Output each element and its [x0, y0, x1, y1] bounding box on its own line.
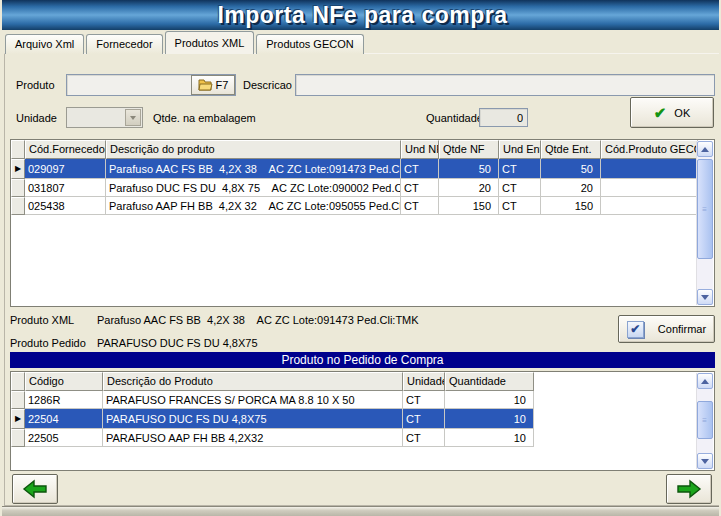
cell-codigo[interactable]: 22504 — [25, 409, 103, 429]
col-header-unidade[interactable]: Unidade — [403, 372, 445, 391]
scroll-down-button[interactable] — [697, 289, 713, 305]
grid-header-row: Cód.Fornecedor Descrição do produto Und … — [11, 140, 698, 159]
cell-desc[interactable]: PARAFUSO AAP FH BB 4,2X32 — [103, 429, 403, 447]
down-arrow-icon — [701, 295, 709, 300]
cell-cod-gecon[interactable] — [601, 159, 698, 179]
col-header-cod-gecon[interactable]: Cód.Produto GECON — [601, 140, 698, 159]
checkmark-icon: ✔ — [654, 104, 667, 122]
pedido-grid: Código Descrição do Produto Unidade Quan… — [10, 371, 715, 471]
produto-lookup-button[interactable]: F7 — [191, 75, 235, 95]
tab-produtos-xml[interactable]: Produtos XML — [165, 31, 255, 54]
cell-qtde-nf[interactable]: 50 — [439, 159, 499, 179]
confirmar-button[interactable]: ✔ Confirmar — [618, 315, 715, 343]
col-header-quantidade[interactable]: Quantidade — [445, 372, 534, 391]
col-header-und-ent[interactable]: Und Ent. — [499, 140, 541, 159]
tab-fornecedor[interactable]: Fornecedor — [86, 34, 162, 54]
cell-desc[interactable]: PARAFUSO FRANCES S/ PORCA MA 8.8 10 X 50 — [103, 391, 403, 409]
cell-codigo[interactable]: 22505 — [25, 429, 103, 447]
up-arrow-icon — [701, 379, 709, 384]
xml-products-grid: Cód.Fornecedor Descrição do produto Und … — [10, 139, 715, 307]
cell-und-ent[interactable]: CT — [499, 159, 541, 179]
cell-cod[interactable]: 029097 — [25, 159, 106, 179]
produto-xml-label: Produto XML — [10, 314, 74, 326]
cell-desc[interactable]: Parafuso AAP FH BB 4,2X 32 AC ZC Lote:09… — [106, 197, 401, 215]
cell-qtde-ent[interactable]: 150 — [541, 197, 601, 215]
down-arrow-icon — [701, 459, 709, 464]
import-nfe-window: Importa NFe para compra Arquivo Xml Forn… — [0, 0, 721, 516]
cell-und-nf[interactable]: CT — [401, 197, 439, 215]
quantidade-input[interactable] — [480, 109, 527, 126]
up-arrow-icon — [701, 147, 709, 152]
col-header-qtde-nf[interactable]: Qtde NF — [439, 140, 499, 159]
gutter-header — [11, 140, 25, 159]
row-gutter — [11, 179, 25, 197]
pedido-grid-scrollbar[interactable]: ≡ — [696, 373, 713, 469]
cell-desc[interactable]: Parafuso AAC FS BB 4,2X 38 AC ZC Lote:09… — [106, 159, 401, 179]
table-row[interactable]: 1286RPARAFUSO FRANCES S/ PORCA MA 8.8 10… — [11, 391, 534, 409]
cell-qtde-nf[interactable]: 150 — [439, 197, 499, 215]
cell-cod[interactable]: 025438 — [25, 197, 106, 215]
unidade-combo[interactable] — [66, 107, 143, 128]
scroll-thumb[interactable]: ≡ — [697, 159, 713, 259]
scroll-up-button[interactable] — [697, 141, 713, 157]
scroll-up-button[interactable] — [697, 373, 713, 389]
green-left-arrow-icon — [22, 479, 48, 499]
table-row[interactable]: 031807Parafuso DUC FS DU 4,8X 75 AC ZC L… — [11, 179, 698, 197]
grid-header-row: Código Descrição do Produto Unidade Quan… — [11, 372, 534, 391]
col-header-und-nf[interactable]: Und NF — [401, 140, 439, 159]
cell-cod-gecon[interactable] — [601, 179, 698, 197]
table-row[interactable]: ▶22504PARAFUSO DUC FS DU 4,8X75CT10 — [11, 409, 534, 429]
xml-grid-scrollbar[interactable]: ≡ — [696, 141, 713, 305]
cell-qtde-ent[interactable]: 20 — [541, 179, 601, 197]
cell-quantidade[interactable]: 10 — [445, 391, 534, 409]
cell-und-nf[interactable]: CT — [401, 179, 439, 197]
cell-qtde-ent[interactable]: 50 — [541, 159, 601, 179]
cell-unidade[interactable]: CT — [403, 429, 445, 447]
descricao-field-wrap — [295, 74, 715, 96]
col-header-codigo[interactable]: Código — [25, 372, 103, 391]
produto-field-wrap: F7 — [66, 74, 236, 96]
ok-button-label: OK — [674, 107, 690, 119]
gutter-header — [11, 372, 25, 391]
produto-pedido-value: PARAFUSO DUC FS DU 4,8X75 — [97, 337, 258, 349]
cell-unidade[interactable]: CT — [403, 409, 445, 429]
next-button[interactable] — [666, 474, 712, 504]
cell-codigo[interactable]: 1286R — [25, 391, 103, 409]
scroll-down-button[interactable] — [697, 453, 713, 469]
tab-arquivo-xml[interactable]: Arquivo Xml — [5, 34, 84, 54]
qtde-embalagem-label: Qtde. na embalagem — [153, 112, 256, 124]
col-header-cod-fornecedor[interactable]: Cód.Fornecedor — [25, 140, 106, 159]
col-header-descricao[interactable]: Descrição do produto — [106, 140, 401, 159]
quantidade-field-wrap — [479, 108, 528, 127]
cell-quantidade[interactable]: 10 — [445, 429, 534, 447]
cell-desc[interactable]: Parafuso DUC FS DU 4,8X 75 AC ZC Lote:09… — [106, 179, 401, 197]
table-row[interactable]: 22505PARAFUSO AAP FH BB 4,2X32CT10 — [11, 429, 534, 447]
col-header-descricao-produto[interactable]: Descrição do Produto — [103, 372, 403, 391]
table-row[interactable]: 025438Parafuso AAP FH BB 4,2X 32 AC ZC L… — [11, 197, 698, 215]
cell-und-ent[interactable]: CT — [499, 179, 541, 197]
cell-cod[interactable]: 031807 — [25, 179, 106, 197]
tab-produtos-gecon[interactable]: Produtos GECON — [256, 34, 363, 54]
previous-button[interactable] — [12, 474, 58, 504]
unidade-label: Unidade — [16, 112, 57, 124]
ok-button[interactable]: ✔ OK — [630, 97, 714, 128]
cell-quantidade[interactable]: 10 — [445, 409, 534, 429]
cell-unidade[interactable]: CT — [403, 391, 445, 409]
cell-und-ent[interactable]: CT — [499, 197, 541, 215]
combo-dropdown-button[interactable] — [125, 109, 141, 126]
row-gutter — [11, 197, 25, 215]
f7-label: F7 — [216, 79, 229, 91]
window-title-bar: Importa NFe para compra — [2, 0, 721, 30]
descricao-input[interactable] — [296, 75, 714, 95]
cell-desc[interactable]: PARAFUSO DUC FS DU 4,8X75 — [103, 409, 403, 429]
tab-bar: Arquivo Xml Fornecedor Produtos XML Prod… — [5, 31, 366, 54]
cell-und-nf[interactable]: CT — [401, 159, 439, 179]
scroll-thumb[interactable]: ≡ — [697, 401, 713, 439]
quantidade-label: Quantidade — [426, 112, 483, 124]
checkbox-check-icon: ✔ — [627, 321, 644, 338]
col-header-qtde-ent[interactable]: Qtde Ent. — [541, 140, 601, 159]
cell-qtde-nf[interactable]: 20 — [439, 179, 499, 197]
cell-cod-gecon[interactable] — [601, 197, 698, 215]
window-bottom-edge — [2, 506, 721, 516]
table-row[interactable]: ▶029097Parafuso AAC FS BB 4,2X 38 AC ZC … — [11, 159, 698, 179]
